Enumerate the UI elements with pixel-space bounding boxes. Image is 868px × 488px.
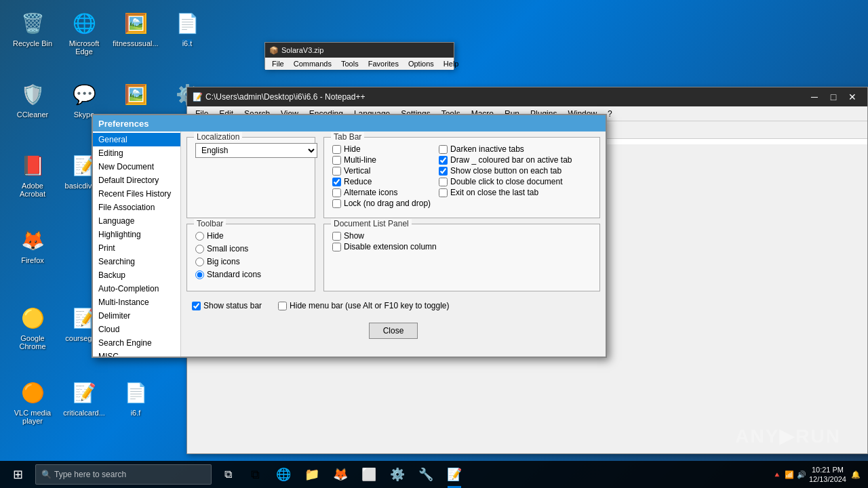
desktop-icon-criticalcard[interactable]: 📝 criticalcard... bbox=[58, 376, 110, 420]
tab-bar-option-alternate-icons[interactable]: Alternate icons bbox=[332, 188, 431, 197]
taskbar-app-group1-tb[interactable]: ⬜ bbox=[355, 461, 382, 488]
desktop-icon-ccleaner[interactable]: 🛡️ CCleaner bbox=[7, 78, 58, 121]
toolbar-radio-2[interactable] bbox=[195, 258, 204, 266]
pref-sidebar-item-editing[interactable]: Editing bbox=[93, 146, 180, 160]
pref-sidebar-item-recent-files-history[interactable]: Recent Files History bbox=[93, 187, 180, 201]
hide-menu-bar-row[interactable]: Hide menu bar (use Alt or F10 key to tog… bbox=[278, 301, 449, 310]
tab-bar-checkbox-0-1[interactable] bbox=[332, 156, 341, 165]
pref-sidebar-item-auto-completion[interactable]: Auto-Completion bbox=[93, 282, 180, 296]
pref-sidebar-item-new-document[interactable]: New Document bbox=[93, 160, 180, 174]
desktop-icon-vlc[interactable]: 🟠 VLC media player bbox=[7, 376, 58, 428]
taskbar-app-firefox-tb[interactable]: 🦊 bbox=[327, 461, 354, 488]
tab-bar-checkbox-0-5[interactable] bbox=[332, 199, 341, 208]
language-select[interactable]: EnglishFrenchGermanSpanishItalianChinese… bbox=[195, 143, 317, 158]
doc-list-checkbox-0[interactable] bbox=[332, 232, 341, 241]
taskbar-app-tool-tb[interactable]: 🔧 bbox=[412, 461, 439, 488]
pref-sidebar-item-language[interactable]: Language bbox=[93, 214, 180, 228]
taskbar-app-explorer-tb[interactable]: 📁 bbox=[298, 461, 326, 488]
doc-list-option-show[interactable]: Show bbox=[332, 231, 591, 241]
tab-bar-option-exit-on-close-the-last-tab[interactable]: Exit on close the last tab bbox=[439, 188, 572, 197]
toolbar-radio-3[interactable] bbox=[195, 270, 204, 279]
desktop-icon-i6f[interactable]: 📄 i6.f bbox=[110, 376, 161, 420]
tab-bar-checkbox-0-4[interactable] bbox=[332, 188, 341, 197]
close-button[interactable]: Close bbox=[369, 323, 418, 339]
tab-bar-option-hide[interactable]: Hide bbox=[332, 144, 431, 154]
tab-bar-option-double-click-to-close-document[interactable]: Double click to close document bbox=[439, 177, 572, 186]
tab-bar-option-show-close-button-on-each-tab[interactable]: Show close button on each tab bbox=[439, 166, 572, 176]
hide-menu-bar-label: Hide menu bar (use Alt or F10 key to tog… bbox=[290, 301, 449, 310]
pref-sidebar-item-misc.[interactable]: MISC. bbox=[93, 350, 180, 357]
task-view-button[interactable]: ⧉ bbox=[214, 461, 241, 488]
solara-menu-options[interactable]: Options bbox=[404, 59, 438, 68]
tab-bar-checkbox-1-2[interactable] bbox=[439, 167, 448, 176]
pref-sidebar-item-file-association[interactable]: File Association bbox=[93, 201, 180, 214]
pref-sidebar-item-delimiter[interactable]: Delimiter bbox=[93, 309, 180, 323]
npp-close-button[interactable]: ✕ bbox=[843, 87, 862, 106]
toolbar-option-small-icons[interactable]: Small icons bbox=[195, 244, 307, 253]
pref-sidebar-item-print[interactable]: Print bbox=[93, 241, 180, 255]
solara-menu-tools[interactable]: Tools bbox=[337, 59, 363, 68]
tab-bar-option-label-0-2: Vertical bbox=[344, 166, 370, 176]
search-box[interactable]: 🔍 bbox=[35, 464, 212, 485]
pref-sidebar-item-multi-instance[interactable]: Multi-Instance bbox=[93, 296, 180, 309]
npp-minimize-button[interactable]: ─ bbox=[805, 87, 824, 106]
toolbar-option-hide[interactable]: Hide bbox=[195, 231, 307, 241]
pref-sidebar-item-cloud[interactable]: Cloud bbox=[93, 323, 180, 336]
desktop-icon-fitness[interactable]: 🖼️ fitnessusual... bbox=[110, 7, 161, 50]
desktop-icon-img2[interactable]: 🖼️ bbox=[110, 78, 161, 113]
tab-bar-checkbox-1-4[interactable] bbox=[439, 188, 448, 197]
desktop-icon-edge[interactable]: 🌐 Microsoft Edge bbox=[58, 7, 110, 58]
taskbar-app-npp-tb[interactable]: 📝 bbox=[441, 461, 468, 488]
hide-menu-bar-checkbox[interactable] bbox=[278, 302, 287, 310]
desktop-icon-img-criticalcard: 📝 bbox=[71, 379, 98, 406]
solara-menu-help[interactable]: Help bbox=[439, 59, 463, 68]
search-input[interactable] bbox=[54, 470, 205, 479]
tab-bar-checkbox-1-3[interactable] bbox=[439, 178, 448, 186]
solara-menu-file[interactable]: File bbox=[268, 59, 288, 68]
tab-bar-option-lock-no-drag-and-drop-[interactable]: Lock (no drag and drop) bbox=[332, 199, 431, 208]
desktop-icon-recycle-bin[interactable]: 🗑️ Recycle Bin bbox=[7, 7, 58, 50]
tab-bar-option-darken-inactive-tabs[interactable]: Darken inactive tabs bbox=[439, 144, 572, 154]
doc-list-option-disable-extension-column[interactable]: Disable extension column bbox=[332, 242, 591, 251]
pref-sidebar-item-backup[interactable]: Backup bbox=[93, 268, 180, 282]
toolbar-radio-1[interactable] bbox=[195, 245, 204, 253]
desktop-icon-adobe[interactable]: 📕 Adobe Acrobat bbox=[7, 149, 58, 201]
tab-bar-option-multi-line[interactable]: Multi-line bbox=[332, 155, 431, 165]
pref-sidebar-item-searching[interactable]: Searching bbox=[93, 255, 180, 268]
start-button[interactable]: ⊞ bbox=[3, 461, 33, 488]
tab-bar-checkbox-0-3[interactable] bbox=[332, 178, 341, 186]
toolbar-option-standard-icons[interactable]: Standard icons bbox=[195, 270, 307, 279]
toolbar-option-big-icons[interactable]: Big icons bbox=[195, 257, 307, 266]
tab-bar-option-reduce[interactable]: Reduce bbox=[332, 177, 431, 186]
show-status-bar-checkbox[interactable] bbox=[192, 302, 201, 310]
tab-bar-checkbox-0-0[interactable] bbox=[332, 145, 341, 154]
desktop-icon-img-i6t: 📄 bbox=[174, 9, 201, 37]
tab-bar-checkbox-0-2[interactable] bbox=[332, 167, 341, 176]
tab-bar-option-draw-coloured-bar-on-active-ta[interactable]: Draw _ coloured bar on active tab bbox=[439, 155, 572, 165]
pref-sidebar-item-default-directory[interactable]: Default Directory bbox=[93, 174, 180, 187]
show-status-bar-row[interactable]: Show status bar bbox=[192, 301, 262, 310]
pref-sidebar-item-general[interactable]: General bbox=[93, 133, 180, 146]
solara-menu-commands[interactable]: Commands bbox=[290, 59, 336, 68]
desktop: 🗑️ Recycle Bin 🌐 Microsoft Edge 🖼️ fitne… bbox=[0, 0, 868, 488]
taskbar-app-task-view[interactable]: ⧉ bbox=[241, 461, 269, 488]
desktop-icon-i6t[interactable]: 📄 i6.t bbox=[161, 7, 213, 50]
tab-bar-checkbox-1-1[interactable] bbox=[439, 156, 448, 165]
pref-sidebar-item-search-engine[interactable]: Search Engine bbox=[93, 336, 180, 350]
toolbar-radio-0[interactable] bbox=[195, 232, 204, 241]
time-date[interactable]: 10:21 PM 12/13/2024 bbox=[809, 465, 846, 485]
doc-list-checkbox-1[interactable] bbox=[332, 243, 341, 251]
desktop-icon-chrome[interactable]: 🟡 Google Chrome bbox=[7, 302, 58, 353]
solara-menu-favorites[interactable]: Favorites bbox=[364, 59, 403, 68]
pref-sidebar-item-highlighting[interactable]: Highlighting bbox=[93, 228, 180, 241]
npp-maximize-button[interactable]: □ bbox=[824, 87, 843, 106]
desktop-icon-firefox[interactable]: 🦊 Firefox bbox=[7, 224, 58, 267]
tab-bar-options: HideMulti-lineVerticalReduceAlternate ic… bbox=[332, 143, 591, 209]
tab-bar-option-vertical[interactable]: Vertical bbox=[332, 166, 431, 176]
solara-title-icon: 📦 bbox=[269, 46, 279, 55]
desktop-icon-label-ccleaner: CCleaner bbox=[17, 110, 48, 119]
taskbar-app-edge-tb[interactable]: 🌐 bbox=[270, 461, 297, 488]
tab-bar-checkbox-1-0[interactable] bbox=[439, 145, 448, 154]
notification-button[interactable]: 🔔 bbox=[849, 461, 863, 488]
taskbar-app-settings-tb[interactable]: ⚙️ bbox=[384, 461, 411, 488]
